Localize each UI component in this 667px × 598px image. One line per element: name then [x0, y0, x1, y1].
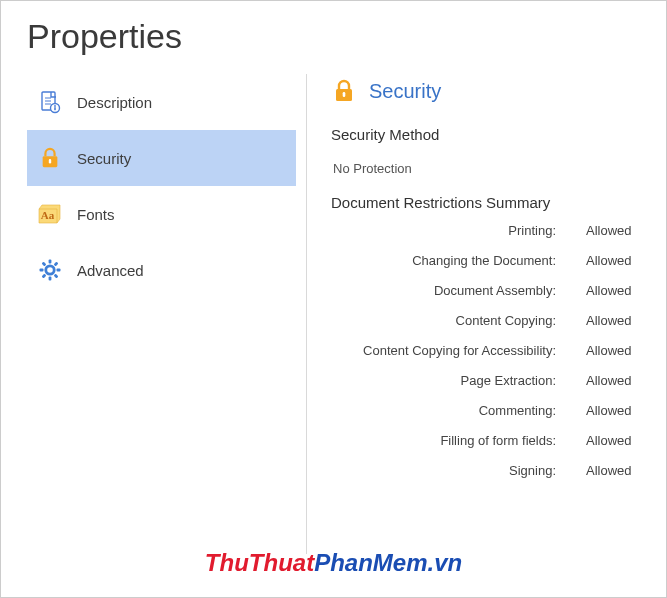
restriction-value: Allowed: [586, 343, 646, 358]
page-title: Properties: [27, 17, 646, 56]
security-method-value: No Protection: [331, 161, 646, 176]
svg-rect-17: [42, 262, 47, 267]
restriction-row: Content Copying for Accessibility: Allow…: [331, 335, 646, 365]
main-panel: Security Security Method No Protection D…: [307, 74, 646, 554]
restrictions-table: Printing: Allowed Changing the Document:…: [331, 215, 646, 485]
sidebar-item-description[interactable]: Description: [27, 74, 296, 130]
restriction-row: Printing: Allowed: [331, 215, 646, 245]
restriction-row: Page Extraction: Allowed: [331, 365, 646, 395]
security-method-label: Security Method: [331, 126, 646, 143]
restriction-label: Signing:: [509, 463, 586, 478]
restriction-label: Printing:: [508, 223, 586, 238]
restriction-label: Document Assembly:: [434, 283, 586, 298]
svg-rect-13: [40, 269, 44, 272]
restriction-row: Changing the Document: Allowed: [331, 245, 646, 275]
restriction-row: Content Copying: Allowed: [331, 305, 646, 335]
restriction-value: Allowed: [586, 253, 646, 268]
sidebar-item-security[interactable]: Security: [27, 130, 296, 186]
restriction-label: Page Extraction:: [461, 373, 586, 388]
restriction-label: Content Copying for Accessibility:: [363, 343, 586, 358]
file-info-icon: [37, 89, 63, 115]
restriction-row: Commenting: Allowed: [331, 395, 646, 425]
restriction-row: Document Assembly: Allowed: [331, 275, 646, 305]
fonts-icon: Aa: [37, 201, 63, 227]
sidebar-item-fonts[interactable]: Aa Fonts: [27, 186, 296, 242]
restriction-value: Allowed: [586, 313, 646, 328]
restriction-value: Allowed: [586, 373, 646, 388]
restriction-row: Signing: Allowed: [331, 455, 646, 485]
svg-rect-16: [42, 274, 47, 279]
watermark-part2: PhanMem.vn: [314, 549, 462, 576]
lock-icon: [37, 145, 63, 171]
svg-rect-12: [49, 277, 52, 281]
svg-rect-14: [57, 269, 61, 272]
svg-point-5: [54, 105, 56, 107]
svg-rect-6: [54, 107, 56, 110]
restriction-label: Content Copying:: [456, 313, 586, 328]
svg-point-10: [46, 266, 54, 274]
restriction-value: Allowed: [586, 223, 646, 238]
section-title: Security: [369, 80, 441, 103]
watermark: ThuThuatPhanMem.vn: [205, 549, 462, 577]
restriction-row: Filling of form fields: Allowed: [331, 425, 646, 455]
svg-rect-15: [54, 262, 59, 267]
restrictions-heading: Document Restrictions Summary: [331, 194, 646, 211]
svg-rect-18: [54, 274, 59, 279]
gear-icon: [37, 257, 63, 283]
sidebar-item-label: Security: [77, 150, 131, 167]
restriction-value: Allowed: [586, 433, 646, 448]
sidebar-item-advanced[interactable]: Advanced: [27, 242, 296, 298]
svg-rect-11: [49, 260, 52, 264]
restriction-value: Allowed: [586, 403, 646, 418]
restriction-value: Allowed: [586, 283, 646, 298]
svg-rect-8: [49, 159, 51, 164]
sidebar-item-label: Description: [77, 94, 152, 111]
svg-text:Aa: Aa: [41, 209, 55, 221]
watermark-part1: ThuThuat: [205, 549, 314, 576]
sidebar-item-label: Advanced: [77, 262, 144, 279]
restriction-value: Allowed: [586, 463, 646, 478]
restriction-label: Commenting:: [479, 403, 586, 418]
section-header: Security: [331, 78, 646, 104]
restriction-label: Changing the Document:: [412, 253, 586, 268]
lock-icon: [331, 78, 357, 104]
restriction-label: Filling of form fields:: [440, 433, 586, 448]
sidebar-item-label: Fonts: [77, 206, 115, 223]
sidebar: Description Security Aa: [27, 74, 307, 554]
svg-rect-20: [343, 92, 346, 97]
